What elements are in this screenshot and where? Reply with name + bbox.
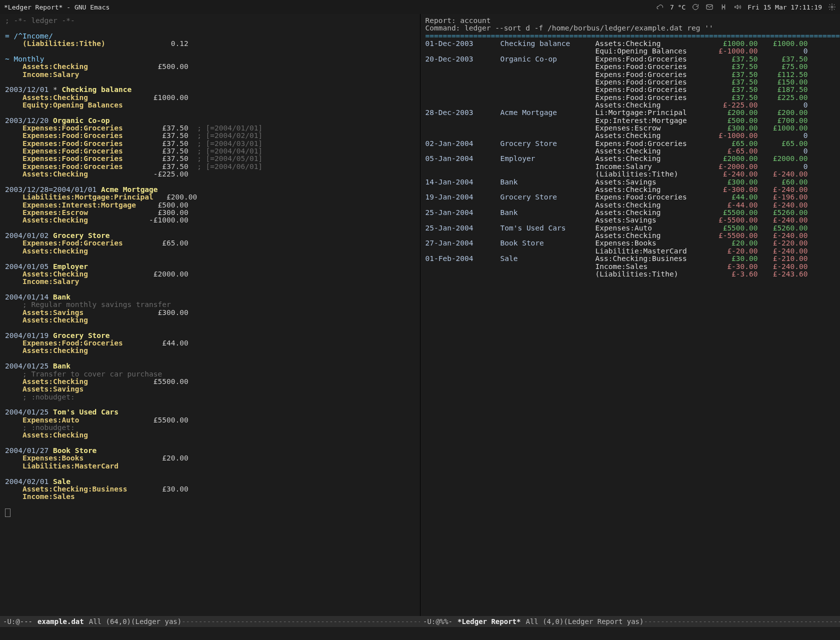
report-row: 20-Dec-2003Organic Co-opExpens:Food:Groc… xyxy=(426,56,836,63)
weather-text: 7 °C xyxy=(670,4,686,11)
report-row: Assets:Savings£-5500.00£-240.00 xyxy=(426,216,836,224)
modeline-pos: All (64,0) xyxy=(89,618,131,626)
report-row: Assets:Checking£-44.00£-240.00 xyxy=(426,202,836,209)
svg-rect-0 xyxy=(706,4,712,9)
report-row: Expenses:Escrow£300.00£1000.00 xyxy=(426,124,836,132)
report-row: Expens:Food:Groceries£37.50£112.50 xyxy=(426,71,836,78)
modeline-fill: ----------------------------------------… xyxy=(182,618,420,626)
report-row: 01-Feb-2004SaleAss:Checking:Business£30.… xyxy=(426,255,836,262)
mail-icon[interactable] xyxy=(706,3,714,11)
report-row: 02-Jan-2004Grocery StoreExpens:Food:Groc… xyxy=(426,140,836,148)
report-row: 25-Jan-2004Tom's Used CarsExpenses:Auto£… xyxy=(426,224,836,232)
report-row: (Liabilities:Tithe)£-240.00£-240.00 xyxy=(426,170,836,178)
clock-text: Fri 15 Mar 17:11:19 xyxy=(748,4,822,11)
report-row: Assets:Checking£-5500.00£-240.00 xyxy=(426,232,836,240)
report-row: Assets:Checking£-300.00£-240.00 xyxy=(426,186,836,194)
modeline-pos: All (4,0) xyxy=(526,618,564,626)
refresh-icon[interactable] xyxy=(692,3,700,11)
report-row: Expens:Food:Groceries£37.50£225.00 xyxy=(426,94,836,102)
report-row: Expens:Food:Groceries£37.50£187.50 xyxy=(426,86,836,94)
svg-point-1 xyxy=(831,6,833,8)
buffer-name: *Ledger Report* xyxy=(458,618,520,626)
report-row: 28-Dec-2003Acme MortgageLi:Mortgage:Prin… xyxy=(426,109,836,116)
report-row: Income:Salary£-2000.000 xyxy=(426,163,836,170)
modeline-right[interactable]: -U:@%%- *Ledger Report* All (4,0) (Ledge… xyxy=(420,616,840,627)
modeline-left[interactable]: -U:@--- example.dat All (64,0) (Ledger y… xyxy=(0,616,420,627)
volume-icon[interactable] xyxy=(734,3,742,11)
ledger-report-pane[interactable]: Report: accountCommand: ledger --sort d … xyxy=(420,14,840,616)
report-row: Assets:Checking£-1000.000 xyxy=(426,132,836,140)
buffer-name: example.dat xyxy=(38,618,84,626)
report-row: Exp:Interest:Mortgage£500.00£700.00 xyxy=(426,117,836,124)
modeline-status: -U:@%%- xyxy=(423,618,452,626)
report-row: Assets:Checking£-225.000 xyxy=(426,102,836,109)
modeline-mode: (Ledger yas) xyxy=(131,618,182,626)
system-tray: 7 °C Fri 15 Mar 17:11:19 xyxy=(656,3,836,11)
report-row: Expens:Food:Groceries£37.50£150.00 xyxy=(426,78,836,86)
report-row: Expens:Food:Groceries£37.50£75.00 xyxy=(426,63,836,70)
weather-icon[interactable] xyxy=(656,3,664,11)
ledger-source-pane[interactable]: ; -*- ledger -*- = /^Income/ (Liabilitie… xyxy=(0,14,420,616)
text-cursor xyxy=(5,508,10,517)
report-row: 05-Jan-2004EmployerAssets:Checking£2000.… xyxy=(426,155,836,162)
report-row: 19-Jan-2004Grocery StoreExpens:Food:Groc… xyxy=(426,194,836,201)
network-icon[interactable] xyxy=(720,3,728,11)
window-title: *Ledger Report* - GNU Emacs xyxy=(4,4,110,11)
settings-gear-icon[interactable] xyxy=(828,3,836,11)
report-row: 25-Jan-2004BankAssets:Checking£5500.00£5… xyxy=(426,209,836,216)
report-row: Equi:Opening Balances£-1000.000 xyxy=(426,48,836,55)
report-row: Liabilitie:MasterCard£-20.00£-240.00 xyxy=(426,248,836,255)
modeline-mode: (Ledger Report yas) xyxy=(564,618,644,626)
report-row: Income:Sales£-30.00£-240.00 xyxy=(426,263,836,270)
report-row: (Liabilities:Tithe)£-3.60£-243.60 xyxy=(426,270,836,278)
minibuffer[interactable] xyxy=(0,627,840,640)
report-row: Assets:Checking£-65.000 xyxy=(426,148,836,155)
top-bar: *Ledger Report* - GNU Emacs 7 °C Fri 15 … xyxy=(0,0,840,14)
report-row: 14-Jan-2004BankAssets:Savings£300.00£60.… xyxy=(426,178,836,186)
report-row: 01-Dec-2003Checking balanceAssets:Checki… xyxy=(426,40,836,48)
modeline-status: -U:@--- xyxy=(3,618,32,626)
modeline-fill: ----------------------------------------… xyxy=(644,618,840,626)
report-row: 27-Jan-2004Book StoreExpenses:Books£20.0… xyxy=(426,240,836,247)
